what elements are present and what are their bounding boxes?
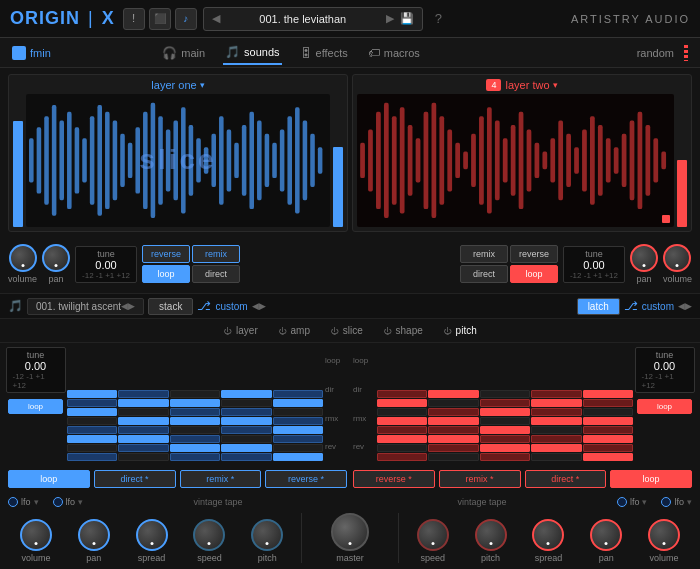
direct-btn-l[interactable]: direct (192, 265, 240, 283)
svg-rect-2 (44, 116, 49, 205)
random-button[interactable]: random (637, 47, 674, 59)
pitch-knob-group-r[interactable]: pitch (463, 519, 519, 563)
lfo-power-3[interactable] (617, 497, 627, 507)
tab-layer[interactable]: ⏻ layer (223, 325, 257, 336)
seq-col-r4[interactable] (531, 390, 581, 461)
direct-seq-btn[interactable]: direct * (94, 470, 176, 488)
direct-btn-r[interactable]: direct (460, 265, 508, 283)
tab-effects[interactable]: 🎛 effects (298, 42, 350, 64)
volume-knob-left[interactable]: volume (8, 244, 37, 284)
reverse-btn-r[interactable]: reverse (510, 245, 558, 263)
tab-macros[interactable]: 🏷 macros (366, 42, 422, 64)
volume-knob-right[interactable]: volume (663, 244, 692, 284)
pan-knob-right[interactable]: pan (630, 244, 658, 284)
speed-knob-group-r[interactable]: speed (405, 519, 461, 563)
volume-knob-group-r[interactable]: volume (636, 519, 692, 563)
svg-rect-12 (120, 134, 125, 187)
pan-knob-left[interactable]: pan (42, 244, 70, 284)
tab-sounds[interactable]: 🎵 sounds (223, 41, 281, 65)
loop-btn-r[interactable]: loop (510, 265, 558, 283)
pitch-knob-lfo-l[interactable] (251, 519, 283, 551)
loop-seq-btn[interactable]: loop (8, 470, 90, 488)
lfo-power-2[interactable] (53, 497, 63, 507)
speed-knob-lfo-l[interactable] (193, 519, 225, 551)
seq-col-r5[interactable] (583, 390, 633, 461)
direct-seq-btn-r[interactable]: direct * (525, 470, 607, 488)
menu-icon[interactable] (684, 45, 688, 61)
pan-knob-lfo-r[interactable] (590, 519, 622, 551)
top-icons: ! ⬛ ♪ (123, 8, 197, 30)
lfo-toggle-2[interactable]: lfo ▾ (53, 497, 84, 507)
layer-one-arrow[interactable]: ▾ (200, 80, 205, 90)
lfo-toggle-4[interactable]: lfo ▾ (661, 497, 692, 507)
pan-knob-group-r[interactable]: pan (578, 519, 634, 563)
loop-btn-l[interactable]: loop (142, 265, 190, 283)
speed-knob-lfo-r[interactable] (417, 519, 449, 551)
seq-col-2[interactable] (118, 390, 168, 461)
preset-bar[interactable]: ◀ 001. the leviathan ▶ 💾 (203, 7, 423, 31)
lfo-toggle-1[interactable]: lfo ▾ (8, 497, 39, 507)
pan-knob-lfo-l[interactable] (78, 519, 110, 551)
layer-two-arrow[interactable]: ▾ (553, 80, 558, 90)
help-button[interactable]: ? (435, 11, 442, 26)
tab-pitch[interactable]: ⏻ pitch (443, 325, 477, 336)
main-content: layer one ▾ (0, 68, 700, 569)
reverse-seq-btn-r[interactable]: reverse * (353, 470, 435, 488)
layer-two-header: 4 layer two ▾ (357, 79, 687, 91)
loop-seq-btn-r[interactable]: loop (610, 470, 692, 488)
warning-icon[interactable]: ! (123, 8, 145, 30)
seq-col-1[interactable] (67, 390, 117, 461)
seq-col-4[interactable] (221, 390, 271, 461)
seq-col-r1[interactable] (377, 390, 427, 461)
custom-left[interactable]: ⎇ custom ◀▶ (197, 299, 265, 313)
lfo-toggle-3[interactable]: lfo ▾ (617, 497, 648, 507)
tab-main[interactable]: 🎧 main (160, 42, 207, 64)
svg-rect-37 (310, 134, 315, 187)
layer-two-indicator (662, 215, 670, 223)
spread-knob-group-l[interactable]: spread (124, 519, 180, 563)
prev-preset-button[interactable]: ◀ (212, 12, 220, 25)
lfo-power-4[interactable] (661, 497, 671, 507)
master-knob-group[interactable]: master (308, 513, 392, 563)
latch-button[interactable]: latch (577, 298, 620, 315)
waveform-one[interactable]: slice (26, 94, 330, 227)
save-preset-icon[interactable]: 💾 (400, 12, 414, 25)
seq-col-r2[interactable] (428, 390, 478, 461)
loop-btn-seq-r[interactable]: loop (637, 399, 692, 414)
reverse-seq-btn[interactable]: reverse * (265, 470, 347, 488)
speed-knob-group-l[interactable]: speed (181, 519, 237, 563)
pitch-knob-lfo-r[interactable] (475, 519, 507, 551)
svg-rect-53 (471, 134, 476, 187)
volume-knob-lfo-r[interactable] (648, 519, 680, 551)
seq-col-3[interactable] (170, 390, 220, 461)
volume-knob-lfo-l[interactable] (20, 519, 52, 551)
lfo-power-1[interactable] (8, 497, 18, 507)
spread-knob-lfo-l[interactable] (136, 519, 168, 551)
custom-right[interactable]: ⎇ custom ◀▶ (624, 299, 692, 313)
remix-btn-l[interactable]: remix (192, 245, 240, 263)
remix-seq-btn[interactable]: remix * (180, 470, 262, 488)
master-knob[interactable] (331, 513, 369, 551)
tab-amp[interactable]: ⏻ amp (278, 325, 310, 336)
loop-btn-seq-l[interactable]: loop (8, 399, 63, 414)
svg-rect-75 (645, 125, 650, 196)
spread-knob-group-r[interactable]: spread (521, 519, 577, 563)
tab-shape[interactable]: ⏻ shape (383, 325, 423, 336)
tab-slice[interactable]: ⏻ slice (330, 325, 363, 336)
midi-icon[interactable]: ⬛ (149, 8, 171, 30)
seq-col-5[interactable] (273, 390, 323, 461)
pan-knob-group-l[interactable]: pan (66, 519, 122, 563)
seq-col-r3[interactable] (480, 390, 530, 461)
wave-icon[interactable]: ♪ (175, 8, 197, 30)
reverse-btn-l[interactable]: reverse (142, 245, 190, 263)
svg-rect-39 (360, 143, 365, 178)
spread-knob-lfo-r[interactable] (532, 519, 564, 551)
remix-seq-btn-r[interactable]: remix * (439, 470, 521, 488)
stack-button[interactable]: stack (148, 298, 193, 315)
next-preset-button[interactable]: ▶ (386, 12, 394, 25)
waveform-two[interactable] (357, 94, 674, 227)
volume-knob-group-l[interactable]: volume (8, 519, 64, 563)
remix-btn-r[interactable]: remix (460, 245, 508, 263)
pitch-knob-group-l[interactable]: pitch (239, 519, 295, 563)
seq-preset-left[interactable]: 001. twilight ascent ◀▶ (27, 298, 144, 315)
